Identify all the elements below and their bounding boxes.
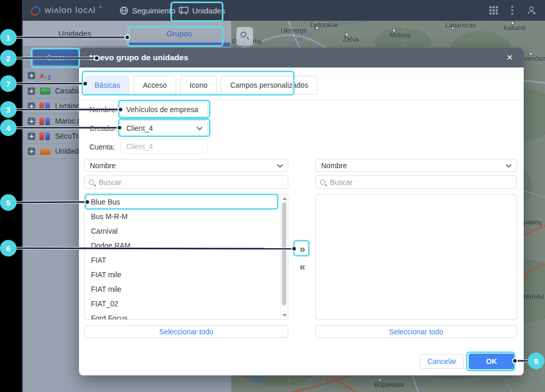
dialog-tab[interactable]: Icono (180, 76, 217, 94)
ok-button[interactable]: OK (469, 354, 514, 369)
user-logout-icon[interactable] (527, 6, 537, 16)
map-search-button[interactable] (236, 27, 253, 46)
app-logo-text: wiʌlon locʌl (45, 5, 96, 16)
apps-grid-icon[interactable] (489, 6, 498, 15)
tabs-separator (79, 100, 524, 100)
list-scrollbar[interactable] (281, 195, 287, 319)
creator-value: Client_4 (126, 124, 153, 132)
app-logo-mark: ʌ (99, 4, 102, 9)
search-icon (241, 32, 246, 37)
unit-list-item[interactable]: FIAT_02 (85, 296, 288, 311)
vehicle-group-icon (39, 147, 51, 155)
expand-plus-icon[interactable] (28, 147, 35, 155)
right-column-select[interactable]: Nombre (315, 159, 517, 172)
unit-list-item[interactable]: Carnival (85, 224, 288, 238)
screenshot-stage: wiʌlon locʌl ʌ Seguimiento Unidades (0, 0, 545, 392)
move-right-button[interactable]: » (295, 241, 310, 256)
chevron-down-icon (277, 161, 283, 167)
dialog-tab[interactable]: Acceso (134, 76, 176, 94)
unit-list-item[interactable]: Ford Focus (85, 311, 288, 320)
expand-plus-icon[interactable] (28, 132, 35, 140)
right-select-all-button[interactable]: Seleccionar todo (315, 325, 517, 338)
panel-tab[interactable]: Grupos (127, 21, 232, 46)
unit-list-item[interactable]: FIAT (85, 253, 288, 267)
unit-list-item[interactable]: FIAT mile (85, 267, 288, 282)
globe-icon (119, 6, 128, 15)
scrollbar-thumb[interactable] (282, 202, 286, 305)
move-left-button[interactable]: « (295, 259, 310, 274)
left-column-select[interactable]: Nombre (84, 159, 288, 172)
nav-unidades-label: Unidades (192, 6, 225, 15)
map-place-label: Lyduokiai (310, 21, 337, 29)
panel-tab-label: Unidades (59, 29, 91, 38)
map-place-label: Labanoras (445, 22, 476, 29)
new-unit-group-dialog: Nuevo grupo de unidades ✕ Básicas Acceso… (79, 48, 524, 375)
scroll-down-icon[interactable] (283, 314, 287, 317)
left-column-value: Nombre (90, 161, 116, 170)
sort-az-icon[interactable]: A ↓ Z (40, 73, 51, 79)
expand-plus-icon[interactable] (28, 117, 35, 125)
dialog-titlebar: Nuevo grupo de unidades ✕ (79, 48, 524, 67)
dialog-tab-label: Acceso (143, 81, 167, 89)
app-logo: wiʌlon locʌl ʌ (31, 0, 101, 21)
left-select-all-button[interactable]: Seleccionar todo (84, 325, 288, 338)
vehicle-group-icon (39, 87, 51, 95)
selected-units-list (315, 194, 517, 320)
cancel-button[interactable]: Cancelar (420, 354, 464, 369)
top-bar: wiʌlon locʌl ʌ Seguimiento Unidades (22, 0, 545, 21)
right-search-box (315, 175, 517, 189)
available-units-list: Blue Bus Bus M-R-M Carnival Dodge RAM FI… (84, 194, 288, 320)
wialon-logo-icon (31, 6, 41, 16)
expand-all-plus-icon[interactable] (28, 72, 35, 79)
expand-plus-icon[interactable] (28, 102, 35, 110)
more-menu-icon[interactable] (511, 6, 513, 15)
scroll-up-icon[interactable] (283, 197, 287, 200)
left-search-box (84, 175, 288, 189)
topbar-right-icons (489, 0, 545, 21)
unit-list-item[interactable]: Blue Bus (85, 195, 288, 209)
dialog-tabs: Básicas Acceso Icono Campos personalizad… (85, 76, 317, 94)
unit-list-item[interactable]: Dodge RAM (85, 238, 288, 253)
map-place-label: Želva (343, 36, 359, 43)
map-place-label: Kaltanė (503, 24, 525, 32)
search-icon (89, 180, 94, 185)
nav-seguimiento-label: Seguimiento (132, 6, 175, 15)
close-icon[interactable]: ✕ (501, 48, 519, 67)
unit-list-item[interactable]: Bus M-R-M (85, 209, 288, 224)
map-place-label: Воранава (374, 381, 404, 388)
annotation-margin (0, 0, 22, 392)
chevron-down-icon (196, 125, 202, 130)
dialog-tab-label: Básicas (95, 81, 120, 89)
dialog-tab-label: Icono (190, 81, 207, 89)
search-icon (320, 180, 325, 185)
bus-icon (179, 7, 189, 15)
nav-seguimiento[interactable]: Seguimiento (119, 0, 175, 21)
unit-list-item[interactable]: FIAT mile (85, 282, 288, 296)
map-place-label: Ukmergė (281, 27, 307, 34)
map-place-label: Molėtai (390, 32, 410, 39)
left-search-input[interactable] (98, 178, 284, 187)
vehicle-group-icon (39, 117, 51, 125)
right-column-value: Nombre (321, 161, 347, 170)
map-place-label: Švenčion (520, 55, 545, 62)
chevron-down-icon (506, 161, 511, 167)
expand-plus-icon[interactable] (28, 87, 35, 95)
dialog-tab-label: Campos personalizados (230, 81, 308, 89)
account-input (121, 139, 208, 154)
dialog-tab[interactable]: Básicas (85, 76, 129, 94)
group-name-input[interactable] (121, 102, 208, 117)
panel-tabs: Unidades Grupos (23, 21, 231, 47)
create-button[interactable]: Crear (33, 49, 78, 65)
creator-select[interactable]: Client_4 (121, 120, 208, 136)
dialog-title: Nuevo grupo de unidades (89, 53, 188, 62)
nav-unidades[interactable]: Unidades (179, 0, 225, 21)
panel-tab-label: Grupos (166, 29, 192, 38)
account-label: Cuenta: (89, 143, 115, 151)
vehicle-group-icon (39, 102, 51, 110)
panel-tab[interactable]: Unidades (23, 21, 127, 46)
right-search-input[interactable] (329, 178, 512, 187)
dialog-tab[interactable]: Campos personalizados (221, 76, 317, 94)
vehicle-group-icon (39, 132, 51, 140)
creator-label: Creador: (89, 124, 117, 132)
name-label: Nombre:* (89, 105, 122, 114)
